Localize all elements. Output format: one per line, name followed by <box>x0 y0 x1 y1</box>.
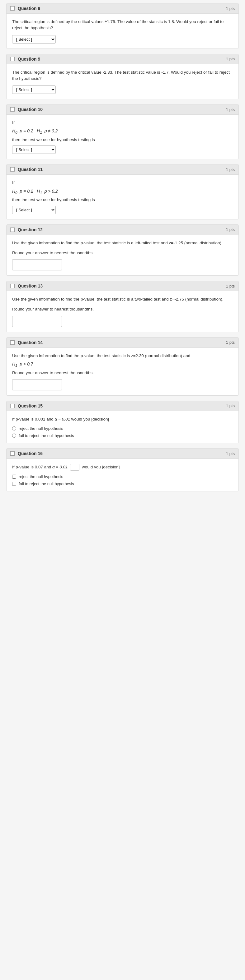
question-13-text: Use the given information to find the p-… <box>12 296 233 302</box>
question-13-checkbox[interactable] <box>10 284 14 288</box>
question-14-title: Question 14 <box>18 340 43 345</box>
question-14-checkbox[interactable] <box>10 340 14 345</box>
question-15-radio-2[interactable] <box>12 434 16 438</box>
question-15-option-1-label: reject the null hypothesis <box>19 426 63 431</box>
question-10-header: Question 10 1 pts <box>6 105 239 115</box>
question-16-pts: 1 pts <box>226 451 235 456</box>
question-9-header: Question 9 1 pts <box>6 54 239 64</box>
question-13-card: Question 13 1 pts Use the given informat… <box>6 281 239 332</box>
question-15-suffix: would you [decision] <box>70 417 109 422</box>
question-11-body: If H0 p = 0.2 H1 p > 0.2 then the test w… <box>6 175 239 219</box>
question-13-sub: Round your answer to nearest thousandths… <box>12 306 233 312</box>
question-15-body: If p-value is 0.001 and α = 0.01 would y… <box>6 411 239 443</box>
question-9-text: The critical region is defined by the cr… <box>12 69 233 82</box>
question-8-card: Question 8 1 pts The critical region is … <box>6 3 239 49</box>
question-11-body-text: then the test we use for hypothesis test… <box>12 197 233 203</box>
question-9-checkbox[interactable] <box>10 57 14 61</box>
question-16-header: Question 16 1 pts <box>6 449 239 459</box>
question-13-header: Question 13 1 pts <box>6 281 239 291</box>
question-15-pts: 1 pts <box>226 403 235 408</box>
question-11-title: Question 11 <box>18 167 43 172</box>
question-15-options: reject the null hypothesis fail to rejec… <box>12 426 233 438</box>
question-9-select-wrap: [ Select ] reject fail to reject <box>12 86 233 94</box>
question-12-body: Use the given information to find the p-… <box>6 235 239 276</box>
question-16-checkbox-2[interactable] <box>12 482 16 486</box>
question-16-prefix: If p-value is 0.07 and <box>12 465 52 469</box>
question-15-option-2-label: fail to reject the null hypothesis <box>19 433 74 438</box>
question-8-text: The critical region is defined by the cr… <box>12 19 233 32</box>
question-15-option-2[interactable]: fail to reject the null hypothesis <box>12 433 233 438</box>
question-9-select[interactable]: [ Select ] reject fail to reject <box>12 86 56 94</box>
question-10-body: If H0 p = 0.2 H1 p ≠ 0.2 then the test w… <box>6 115 239 159</box>
question-14-sub: Round your answer to nearest thousandths… <box>12 370 233 376</box>
question-14-hypothesis: H1 p > 0.7 <box>12 361 33 366</box>
question-16-spinner-input[interactable] <box>70 464 79 471</box>
question-12-input[interactable] <box>12 259 62 270</box>
question-8-body: The critical region is defined by the cr… <box>6 14 239 48</box>
question-14-pts: 1 pts <box>226 340 235 345</box>
question-10-card: Question 10 1 pts If H0 p = 0.2 H1 p ≠ 0… <box>6 104 239 159</box>
question-15-title: Question 15 <box>18 403 43 409</box>
question-16-alpha: α = 0.01 <box>52 465 67 469</box>
question-16-option-2-label: fail to reject the null hypothesis <box>19 482 74 486</box>
question-10-math: H0 p = 0.2 H1 p ≠ 0.2 <box>12 128 233 134</box>
question-16-suffix: would you [decision] <box>82 465 120 469</box>
question-11-select-wrap: [ Select ] left-tailed right-tailed two-… <box>12 206 233 214</box>
question-11-intro: If <box>12 180 233 186</box>
question-10-hypothesis: H0 p = 0.2 H1 p ≠ 0.2 <box>12 128 58 133</box>
question-9-pts: 1 pts <box>226 57 235 61</box>
question-10-pts: 1 pts <box>226 107 235 112</box>
question-11-card: Question 11 1 pts If H0 p = 0.2 H1 p > 0… <box>6 164 239 219</box>
question-13-input[interactable] <box>12 316 62 327</box>
question-15-alpha: α = 0.01 <box>55 417 70 422</box>
question-8-pts: 1 pts <box>226 6 235 11</box>
question-16-card: Question 16 1 pts If p-value is 0.07 and… <box>6 448 239 492</box>
question-10-title: Question 10 <box>18 107 43 112</box>
question-12-card: Question 12 1 pts Use the given informat… <box>6 224 239 276</box>
question-11-math: H0 p = 0.2 H1 p > 0.2 <box>12 189 233 194</box>
question-12-text: Use the given information to find the p-… <box>12 240 233 246</box>
question-16-body: If p-value is 0.07 and α = 0.01 would yo… <box>6 459 239 491</box>
question-14-text: Use the given information to find the p-… <box>12 353 233 359</box>
question-15-card: Question 15 1 pts If p-value is 0.001 an… <box>6 401 239 443</box>
question-11-select[interactable]: [ Select ] left-tailed right-tailed two-… <box>12 206 56 214</box>
question-16-option-1[interactable]: reject the null hypothesis <box>12 474 233 479</box>
question-11-hypothesis: H0 p = 0.2 H1 p > 0.2 <box>12 189 58 194</box>
question-13-body: Use the given information to find the p-… <box>6 291 239 332</box>
question-10-checkbox[interactable] <box>10 107 14 111</box>
question-15-option-1[interactable]: reject the null hypothesis <box>12 426 233 431</box>
question-8-select[interactable]: [ Select ] reject fail to reject <box>12 35 56 43</box>
question-14-input[interactable] <box>12 379 62 390</box>
question-16-title: Question 16 <box>18 451 43 456</box>
question-12-title: Question 12 <box>18 227 43 232</box>
question-16-text: If p-value is 0.07 and α = 0.01 would yo… <box>12 464 233 471</box>
question-14-card: Question 14 1 pts Use the given informat… <box>6 337 239 396</box>
question-14-body: Use the given information to find the p-… <box>6 348 239 395</box>
question-16-checkbox-1[interactable] <box>12 475 16 479</box>
question-11-pts: 1 pts <box>226 167 235 172</box>
question-9-body: The critical region is defined by the cr… <box>6 64 239 99</box>
question-8-title: Question 8 <box>18 6 40 11</box>
question-15-radio-1[interactable] <box>12 426 16 431</box>
question-13-pts: 1 pts <box>226 284 235 288</box>
question-12-checkbox[interactable] <box>10 228 14 232</box>
question-11-checkbox[interactable] <box>10 167 14 172</box>
question-9-card: Question 9 1 pts The critical region is … <box>6 54 239 99</box>
page-container: Question 8 1 pts The critical region is … <box>0 0 245 495</box>
question-14-header: Question 14 1 pts <box>6 337 239 348</box>
question-15-text: If p-value is 0.001 and α = 0.01 would y… <box>12 416 233 422</box>
question-15-header: Question 15 1 pts <box>6 401 239 411</box>
question-14-math: H1 p > 0.7 <box>12 361 233 368</box>
question-16-checkbox[interactable] <box>10 451 14 456</box>
question-12-pts: 1 pts <box>226 227 235 232</box>
question-16-option-1-label: reject the null hypothesis <box>19 474 63 479</box>
question-15-checkbox[interactable] <box>10 404 14 408</box>
question-8-select-wrap: [ Select ] reject fail to reject <box>12 35 233 43</box>
question-10-body-text: then the test we use for hypothesis test… <box>12 137 233 143</box>
question-8-checkbox[interactable] <box>10 6 14 11</box>
question-8-header: Question 8 1 pts <box>6 3 239 14</box>
question-16-option-2[interactable]: fail to reject the null hypothesis <box>12 482 233 486</box>
question-10-intro: If <box>12 120 233 126</box>
question-12-sub: Round your answer to nearest thousandths… <box>12 250 233 256</box>
question-10-select[interactable]: [ Select ] left-tailed right-tailed two-… <box>12 145 56 154</box>
